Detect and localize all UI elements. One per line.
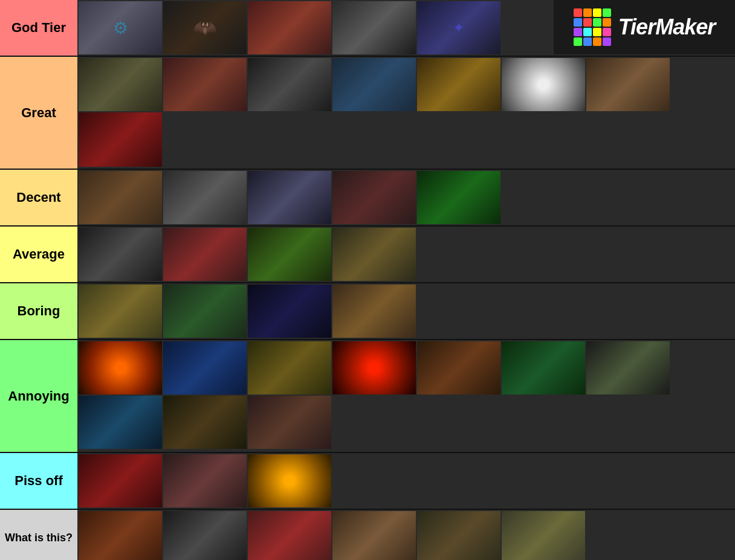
tier-row-god: God Tier ⚙ 🦇 ✦ — [0, 0, 735, 57]
list-item[interactable] — [502, 511, 585, 560]
list-item[interactable] — [248, 228, 331, 281]
list-item[interactable] — [248, 341, 331, 394]
logo-grid — [574, 8, 611, 46]
list-item[interactable] — [586, 341, 670, 394]
tier-items-decent — [77, 170, 735, 225]
list-item[interactable] — [332, 1, 416, 54]
list-item[interactable] — [79, 285, 162, 338]
list-item[interactable] — [248, 396, 331, 449]
list-item[interactable] — [248, 1, 331, 54]
tier-row-pissoff: Piss off — [0, 453, 735, 510]
tier-row-great: Great — [0, 57, 735, 170]
logo-text: TierMaker — [618, 14, 715, 40]
list-item[interactable] — [79, 341, 162, 394]
list-item[interactable] — [163, 228, 247, 281]
list-item[interactable] — [332, 511, 416, 560]
list-item[interactable] — [502, 341, 585, 394]
list-item[interactable] — [248, 285, 331, 338]
list-item[interactable]: ✦ — [417, 1, 500, 54]
list-item[interactable] — [332, 285, 416, 338]
tier-label-pissoff: Piss off — [0, 453, 77, 509]
list-item[interactable] — [163, 171, 247, 224]
list-item[interactable] — [502, 58, 585, 111]
tier-row-whatisthis: What is this? — [0, 510, 735, 560]
tier-items-great — [77, 57, 735, 169]
tier-label-boring: Boring — [0, 283, 77, 339]
list-item[interactable] — [248, 454, 331, 507]
list-item[interactable] — [163, 454, 247, 507]
list-item[interactable]: 🦇 — [163, 1, 247, 54]
tier-items-boring — [77, 283, 735, 339]
tier-label-god: God Tier — [0, 0, 77, 56]
tier-row-decent: Decent — [0, 170, 735, 227]
tier-label-whatisthis: What is this? — [0, 510, 77, 560]
tier-label-annoying: Annoying — [0, 340, 77, 452]
list-item[interactable] — [586, 58, 670, 111]
list-item[interactable] — [332, 228, 416, 281]
list-item[interactable] — [248, 58, 331, 111]
tiermaker-logo-area: TierMaker — [554, 0, 735, 54]
list-item[interactable] — [163, 285, 247, 338]
tier-row-average: Average — [0, 227, 735, 283]
tier-items-god: ⚙ 🦇 ✦ — [77, 0, 735, 56]
list-item[interactable] — [332, 171, 416, 224]
list-item[interactable] — [417, 58, 500, 111]
tier-row-boring: Boring — [0, 283, 735, 340]
list-item[interactable] — [248, 511, 331, 560]
list-item[interactable] — [163, 511, 247, 560]
list-item[interactable] — [248, 171, 331, 224]
list-item[interactable] — [79, 396, 162, 449]
list-item[interactable] — [332, 341, 416, 394]
list-item[interactable] — [417, 341, 500, 394]
tier-label-decent: Decent — [0, 170, 77, 225]
list-item[interactable]: ⚙ — [79, 1, 162, 54]
list-item[interactable] — [417, 511, 500, 560]
list-item[interactable] — [79, 228, 162, 281]
list-item[interactable] — [332, 58, 416, 111]
list-item[interactable] — [79, 171, 162, 224]
list-item[interactable] — [79, 58, 162, 111]
list-item[interactable] — [79, 454, 162, 507]
tier-items-annoying — [77, 340, 735, 452]
tier-items-whatisthis — [77, 510, 735, 560]
list-item[interactable] — [417, 171, 500, 224]
list-item[interactable] — [163, 58, 247, 111]
tier-items-average — [77, 227, 735, 282]
tier-items-pissoff — [77, 453, 735, 509]
tier-label-great: Great — [0, 57, 77, 169]
list-item[interactable] — [163, 341, 247, 394]
list-item[interactable] — [163, 396, 247, 449]
tier-row-annoying: Annoying — [0, 340, 735, 453]
list-item[interactable] — [79, 511, 162, 560]
tier-label-average: Average — [0, 227, 77, 282]
list-item[interactable] — [79, 112, 162, 167]
